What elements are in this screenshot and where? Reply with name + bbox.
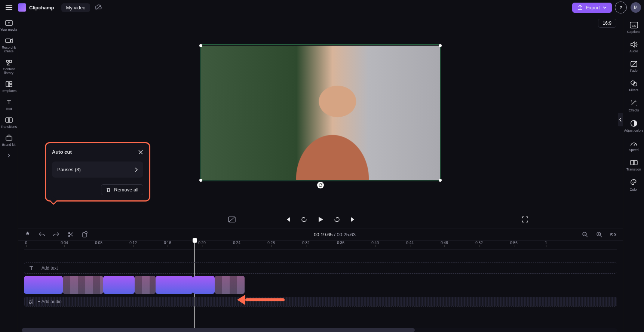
sync-status-icon[interactable]: [95, 4, 102, 10]
rail-effects[interactable]: Effects: [623, 96, 644, 117]
svg-point-15: [85, 231, 87, 234]
rail-color[interactable]: Color: [623, 176, 644, 196]
svg-rect-10: [6, 137, 12, 140]
svg-rect-11: [229, 217, 235, 222]
rail-content-library[interactable]: Content library: [0, 57, 18, 79]
rail-transitions[interactable]: Transitions: [0, 114, 18, 132]
rail-expand-toggle[interactable]: [5, 152, 13, 159]
video-clip[interactable]: [135, 276, 156, 294]
timeline-ruler[interactable]: 00:040:080:120:160:200:240:280:320:360:4…: [24, 241, 617, 250]
rail-transition[interactable]: Transition: [623, 156, 644, 176]
zoom-in-button[interactable]: [596, 231, 602, 237]
video-clip[interactable]: [63, 276, 103, 294]
svg-point-21: [631, 81, 635, 84]
skip-start-button[interactable]: [283, 215, 292, 224]
clip-action-button[interactable]: [82, 231, 88, 238]
rail-label: Captions: [627, 30, 641, 34]
resize-handle-sw[interactable]: [199, 179, 202, 182]
autocut-close-icon[interactable]: [138, 150, 143, 155]
autocut-remove-all-button[interactable]: Remove all: [101, 184, 143, 195]
seek-back-button[interactable]: [300, 215, 309, 224]
right-rail: CCCaptions Audio Fade Filters Effects Ad…: [623, 15, 644, 332]
aspect-ratio-button[interactable]: 16:9: [598, 19, 616, 28]
undo-button[interactable]: [39, 232, 45, 237]
project-title[interactable]: My video: [61, 3, 90, 12]
svg-rect-9: [9, 118, 12, 122]
svg-rect-6: [9, 82, 12, 84]
rail-brand-kit[interactable]: Brand kit: [0, 132, 18, 150]
text-icon: [29, 265, 34, 271]
hamburger-menu[interactable]: [3, 1, 15, 13]
export-button[interactable]: Export: [572, 3, 612, 13]
rail-your-media[interactable]: Your media: [0, 17, 18, 35]
add-audio-lane[interactable]: + Add audio: [24, 297, 617, 307]
rail-filters[interactable]: Filters: [623, 77, 644, 96]
upload-icon: [577, 5, 583, 10]
svg-point-26: [632, 182, 633, 182]
seek-forward-button[interactable]: [332, 215, 341, 224]
timeline-scrollbar[interactable]: [22, 328, 617, 332]
skip-end-button[interactable]: [349, 215, 358, 224]
resize-handle-se[interactable]: [439, 179, 442, 182]
video-clip[interactable]: [215, 276, 245, 294]
ruler-tick: 0:56: [510, 241, 517, 245]
preview-canvas[interactable]: [201, 46, 440, 180]
fullscreen-button[interactable]: [521, 215, 530, 224]
rail-record-create[interactable]: Record & create: [0, 35, 18, 57]
safe-zones-button[interactable]: [227, 215, 236, 224]
autocut-pauses-row[interactable]: Pauses (3): [52, 162, 143, 178]
svg-rect-24: [631, 160, 634, 165]
svg-point-12: [68, 232, 70, 234]
scrollbar-thumb[interactable]: [22, 328, 415, 332]
ruler-tick: 0:40: [371, 241, 378, 245]
rail-label: Audio: [629, 49, 638, 53]
rail-label: Effects: [629, 108, 639, 112]
rail-label: Record & create: [0, 46, 18, 53]
redo-button[interactable]: [53, 232, 59, 237]
ruler-tick: 0:20: [198, 241, 205, 245]
svg-point-3: [6, 60, 9, 62]
rail-audio[interactable]: Audio: [623, 38, 644, 58]
video-track[interactable]: [24, 276, 617, 295]
add-audio-label: + Add audio: [38, 299, 62, 304]
ruler-tick: 0: [25, 241, 27, 245]
account-avatar[interactable]: M: [631, 2, 641, 13]
resize-handle-ne[interactable]: [439, 44, 442, 47]
add-text-label: + Add text: [38, 265, 58, 271]
rotate-handle[interactable]: [317, 182, 324, 188]
fit-timeline-button[interactable]: [610, 231, 616, 237]
svg-point-13: [68, 235, 70, 237]
rail-adjust-colors[interactable]: Adjust colors: [623, 117, 644, 137]
rail-speed[interactable]: Speed: [623, 137, 644, 156]
video-clip[interactable]: [156, 276, 193, 294]
svg-rect-5: [6, 82, 9, 87]
video-clip[interactable]: [103, 276, 135, 294]
chevron-down-icon: [603, 6, 607, 9]
video-clip[interactable]: [193, 276, 215, 294]
add-text-lane[interactable]: + Add text: [24, 262, 617, 274]
rail-label: Text: [6, 107, 12, 111]
video-clip[interactable]: [24, 276, 63, 294]
ruler-tick: 0:04: [61, 241, 68, 245]
play-button[interactable]: [316, 215, 325, 224]
svg-text:?: ?: [620, 5, 622, 10]
svg-point-27: [633, 181, 634, 181]
rail-text[interactable]: Text: [0, 96, 18, 114]
export-label: Export: [586, 5, 600, 10]
svg-rect-14: [83, 233, 86, 237]
trash-icon: [106, 187, 111, 193]
rail-fade[interactable]: Fade: [623, 58, 644, 77]
help-button[interactable]: ?: [615, 1, 627, 13]
resize-handle-nw[interactable]: [199, 44, 202, 47]
split-button[interactable]: [67, 231, 73, 237]
app-logo[interactable]: Clipchamp: [18, 3, 54, 12]
svg-point-17: [597, 232, 601, 236]
zoom-out-button[interactable]: [582, 231, 588, 237]
clipchamp-icon: [18, 3, 26, 12]
collapse-right-panel[interactable]: [618, 113, 623, 126]
rail-captions[interactable]: CCCaptions: [623, 19, 644, 38]
ai-tool-button[interactable]: [25, 231, 31, 237]
rail-templates[interactable]: Templates: [0, 79, 18, 96]
music-icon: [29, 299, 34, 304]
svg-rect-20: [631, 61, 637, 67]
